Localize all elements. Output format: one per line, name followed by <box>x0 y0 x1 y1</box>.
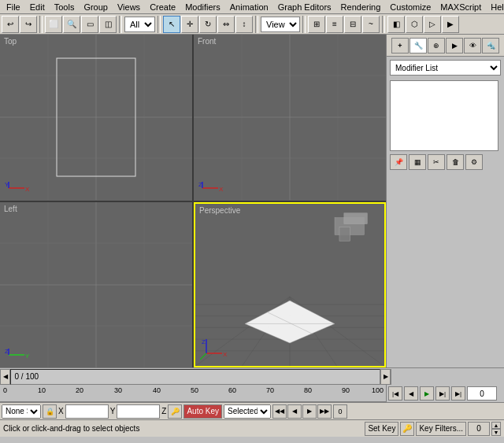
curve-button[interactable]: ~ <box>362 16 380 33</box>
menu-help[interactable]: Help <box>486 2 504 13</box>
menu-edit[interactable]: Edit <box>25 2 50 13</box>
top-grid <box>0 35 192 200</box>
go-end-button[interactable]: ▶| <box>451 386 465 401</box>
timeline-scroll-left[interactable]: ◀ <box>0 369 10 385</box>
align-button[interactable]: ≡ <box>326 16 343 33</box>
prev-frame-button[interactable]: ◀ <box>404 386 418 401</box>
svg-rect-46 <box>344 212 368 223</box>
svg-text:X: X <box>25 186 30 193</box>
layer-button[interactable]: ⊟ <box>344 16 361 33</box>
redo-button[interactable]: ↪ <box>20 16 37 33</box>
current-frame-field[interactable] <box>467 386 497 401</box>
menu-rendering[interactable]: Rendering <box>336 2 386 13</box>
render2-button[interactable]: ▶ <box>442 16 459 33</box>
top-axis: X Y <box>5 180 32 196</box>
set-key-button[interactable]: Set Key <box>365 422 398 436</box>
main-area: Top X Y Front <box>0 35 504 367</box>
menu-customize[interactable]: Customize <box>385 2 435 13</box>
scale2-button[interactable]: ↕ <box>235 16 253 33</box>
key-mode-button[interactable]: 🔑 <box>400 422 414 436</box>
selection-mode-dropdown[interactable]: All <box>124 17 155 32</box>
lock-selection-button[interactable]: 🔒 <box>43 404 57 419</box>
mirror-button[interactable]: ⊞ <box>308 16 325 33</box>
select-move-button[interactable]: ✛ <box>181 16 198 33</box>
frame-up-button[interactable]: ▲ <box>491 422 501 429</box>
key-filters-button[interactable]: Key Filters... <box>416 422 466 436</box>
timeline-track[interactable]: 0 / 100 <box>10 369 380 385</box>
toolbar-separator-3 <box>158 16 161 33</box>
viewport-front[interactable]: Front X Z <box>194 35 386 201</box>
ruler-tick-50: 50 <box>191 386 198 394</box>
svg-text:X: X <box>223 351 228 358</box>
extra-btn-3[interactable]: ▶ <box>302 404 317 419</box>
undo-button[interactable]: ↩ <box>2 16 19 33</box>
configure-modifier-button[interactable]: ⚙ <box>465 154 483 170</box>
frame-ruler: 0 10 20 30 40 50 60 70 80 90 100 <box>0 385 386 402</box>
ruler-tick-30: 30 <box>114 386 122 394</box>
menu-tools[interactable]: Tools <box>50 2 80 13</box>
menu-views[interactable]: Views <box>113 2 145 13</box>
filter-dropdown[interactable]: None Se <box>2 404 41 419</box>
modify-panel-tab[interactable]: 🔧 <box>410 38 427 54</box>
y-field[interactable] <box>117 404 160 419</box>
play-button[interactable]: ▶ <box>420 386 434 401</box>
extra-btn-4[interactable]: ▶▶ <box>317 404 332 419</box>
viewport-left[interactable]: Left Y Z <box>0 202 192 368</box>
utilities-panel-tab[interactable]: 🔩 <box>482 38 499 54</box>
status-bar: Click or click-and-drag to select object… <box>0 419 504 437</box>
menu-modifiers[interactable]: Modifiers <box>180 2 225 13</box>
pin-stack-button[interactable]: 📌 <box>390 154 407 170</box>
go-start-button[interactable]: |◀ <box>388 386 402 401</box>
viewport-perspective[interactable]: Perspective <box>194 202 386 368</box>
toolbar-separator-6 <box>382 16 385 33</box>
auto-key-button[interactable]: Auto Key <box>183 404 222 419</box>
next-frame-button[interactable]: ▶| <box>435 386 450 401</box>
render-button[interactable]: ▷ <box>424 16 441 33</box>
menu-animation[interactable]: Animation <box>225 2 273 13</box>
toolbar: ↩ ↪ ⬜ 🔍 ▭ ◫ All ↖ ✛ ↻ ⇔ ↕ View ⊞ ≡ ⊟ ~ ◧… <box>0 14 504 35</box>
left-grid <box>0 202 192 367</box>
show-end-result-button[interactable]: ▦ <box>409 154 426 170</box>
viewport-top[interactable]: Top X Y <box>0 35 192 201</box>
frame-count-button[interactable]: 0 <box>333 404 347 419</box>
motion-panel-tab[interactable]: ▶ <box>446 38 463 54</box>
extra-btn-2[interactable]: ◀ <box>287 404 302 419</box>
toolbar-separator-4 <box>255 16 258 33</box>
scale-button[interactable]: ⇔ <box>217 16 235 33</box>
selection-set-dropdown[interactable]: Selected <box>224 404 271 419</box>
menu-file[interactable]: File <box>2 2 25 13</box>
select-by-name-button[interactable]: 🔍 <box>63 16 80 33</box>
make-unique-button[interactable]: ✂ <box>428 154 445 170</box>
hierarchy-panel-tab[interactable]: ⊕ <box>428 38 445 54</box>
render-setup-button[interactable]: ⬡ <box>406 16 423 33</box>
modifier-list-dropdown[interactable]: Modifier List <box>390 60 501 76</box>
ruler-tick-90: 90 <box>342 386 350 394</box>
frame-display[interactable]: 0 <box>468 422 490 436</box>
timeline-scroll-right[interactable]: ▶ <box>380 369 391 385</box>
perspective-axis: X Z <box>200 336 233 361</box>
reference-coord-dropdown[interactable]: View <box>261 17 300 32</box>
z-label: Z <box>161 407 166 415</box>
menu-graph-editors[interactable]: Graph Editors <box>273 2 336 13</box>
bottom-controls: None Se 🔒 X Y Z 🔑 Auto Key Selected ◀◀ ◀… <box>0 402 504 419</box>
select-region-button[interactable]: ▭ <box>81 16 98 33</box>
select-crossing-button[interactable]: ◫ <box>99 16 117 33</box>
display-panel-tab[interactable]: 👁 <box>464 38 481 54</box>
select-tool-button[interactable]: ⬜ <box>45 16 62 33</box>
svg-text:Z: Z <box>5 348 9 355</box>
ruler-tick-70: 70 <box>266 386 274 394</box>
status-right-controls: Set Key 🔑 Key Filters... 0 ▲ ▼ <box>365 422 501 436</box>
menu-maxscript[interactable]: MAXScript <box>435 2 486 13</box>
menu-create[interactable]: Create <box>145 2 180 13</box>
remove-modifier-button[interactable]: 🗑 <box>447 154 464 170</box>
material-button[interactable]: ◧ <box>387 16 405 33</box>
rotate-button[interactable]: ↻ <box>199 16 217 33</box>
modifier-list-area[interactable] <box>390 80 498 151</box>
x-field[interactable] <box>65 404 109 419</box>
frame-down-button[interactable]: ▼ <box>491 429 501 436</box>
extra-btn-1[interactable]: ◀◀ <box>272 404 287 419</box>
select-arrow-button[interactable]: ↖ <box>163 16 180 33</box>
menu-group[interactable]: Group <box>79 2 113 13</box>
key-icon-button[interactable]: 🔑 <box>168 404 182 419</box>
create-panel-tab[interactable]: + <box>391 38 409 54</box>
